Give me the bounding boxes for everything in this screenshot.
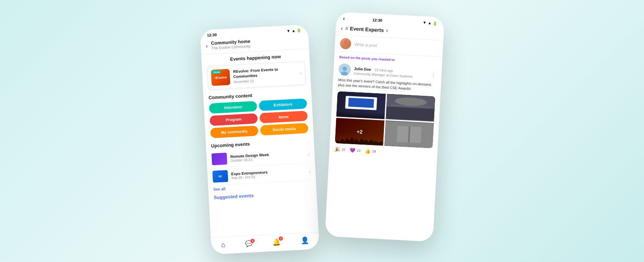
community-buttons-grid: Attendees Exhibitors Program Items My co…	[209, 98, 308, 138]
suggested-title: Suggested events	[214, 190, 311, 200]
reaction-count-2: 21	[357, 148, 361, 152]
back-button-phone2[interactable]: ‹	[343, 16, 345, 22]
channel-name: Event Experts	[350, 25, 384, 33]
nav-profile[interactable]: 👤	[300, 236, 309, 245]
person-icon: 👤	[300, 236, 309, 245]
author-avatar-svg	[339, 63, 351, 75]
post-image-grid: +2	[335, 91, 435, 148]
post-item: Julia Doe · 15 mins ago Community Manage…	[334, 63, 437, 157]
back-and-hash: ‹	[343, 16, 345, 22]
events-now-title: Events happening now	[206, 53, 304, 63]
upcoming-event-info-2: Expo Entrepreneurs Sep 29 - Oct 03	[231, 168, 309, 180]
book-svg	[384, 120, 434, 148]
virtual-badge: Virtual	[212, 70, 221, 74]
post-meta: Julia Doe · 15 mins ago Community Manage…	[354, 64, 427, 79]
channel-title: # Event Experts ∨	[345, 25, 439, 36]
brand-name: rEvolve	[214, 75, 227, 80]
post-time-ago: 15 mins ago	[375, 68, 393, 73]
nav-messages[interactable]: 💬 1	[245, 240, 253, 247]
post-author-avatar	[339, 63, 351, 75]
battery-icon: 🔋	[297, 28, 302, 33]
svg-rect-6	[386, 106, 435, 121]
attendees-button[interactable]: Attendees	[209, 101, 257, 114]
status-icons-phone2: ▼ ▲ 🔋	[422, 20, 437, 25]
crowd-svg	[386, 94, 435, 122]
home-icon: ⌂	[221, 241, 225, 248]
reaction-count-1: 27	[341, 148, 345, 152]
post-author-row: Julia Doe · 15 mins ago Community Manage…	[339, 63, 437, 80]
upcoming-events-section: Upcoming events Remote Design Week Octob…	[211, 138, 311, 192]
status-icons-phone1: ▼ ▲ 🔋	[286, 28, 301, 33]
featured-event-card[interactable]: Virtual rEvolve REvolve: From Events to …	[207, 61, 306, 90]
upcoming-chevron-1: ›	[308, 152, 310, 157]
phone1-community-home: 12:30 ▼ ▲ 🔋 ‹ Community home The Evolve …	[200, 25, 319, 255]
nav-home[interactable]: ⌂	[221, 241, 225, 248]
notification-badge: 1	[279, 236, 283, 241]
more-images-overlay: +2	[335, 118, 384, 146]
reaction-emoji-1: 🎉	[334, 147, 341, 153]
my-community-button[interactable]: My community	[210, 125, 258, 138]
upcoming-thumb-1	[211, 153, 227, 165]
upcoming-event-info-1: Remote Design Week October 18-22	[230, 151, 308, 163]
based-on-label: Based on the posts you reacted to	[339, 55, 437, 64]
back-button[interactable]: ‹	[205, 42, 208, 49]
community-content-section: Community content Attendees Exhibitors P…	[208, 90, 308, 138]
current-user-avatar	[340, 38, 351, 49]
feed-section: Based on the posts you reacted to Julia …	[329, 52, 442, 161]
upcoming-thumb-2: EE	[212, 170, 228, 183]
items-button[interactable]: Items	[259, 111, 308, 123]
status-time-phone1: 12:30	[207, 33, 217, 37]
community-content-title: Community content	[208, 90, 306, 100]
wifi-icon: ▼	[286, 29, 290, 33]
post-more-button[interactable]: ⋮	[430, 71, 437, 78]
wifi-icon-2: ▼	[422, 20, 426, 25]
phone1-body: Events happening now Virtual rEvolve REv…	[201, 49, 319, 237]
header-text: Community home The Evolve Community	[211, 36, 304, 50]
post-author-name: Julia Doe	[354, 67, 371, 72]
post-image-2	[386, 94, 435, 122]
event-chevron-icon: ›	[300, 71, 302, 75]
signal-icon: ▲	[291, 28, 295, 33]
reaction-1[interactable]: 🎉 27	[334, 147, 346, 153]
post-image-3: +2	[335, 118, 384, 146]
signal-icon-2: ▲	[427, 21, 431, 25]
svg-point-1	[342, 45, 349, 49]
post-content: Miss this year's event? Catch all the hi…	[338, 78, 436, 93]
reaction-emoji-3: 👍	[365, 148, 371, 154]
exhibitors-button[interactable]: Exhibitors	[259, 98, 307, 111]
upcoming-chevron-2: ›	[309, 170, 311, 174]
status-time-phone2: 12:30	[372, 18, 383, 22]
reaction-count-3: 19	[372, 149, 376, 153]
dropdown-arrow-icon[interactable]: ∨	[386, 28, 389, 33]
nav-notifications[interactable]: 🔔 1	[272, 238, 281, 246]
back-arrow-phone2[interactable]: ‹	[341, 25, 343, 31]
suggested-events-section: Suggested events	[214, 190, 311, 200]
social-media-button[interactable]: Social media	[260, 123, 308, 136]
reaction-2[interactable]: 💜 21	[350, 148, 361, 153]
post-reactions: 🎉 27 💜 21 👍 19	[334, 147, 432, 157]
event-thumbnail: Virtual rEvolve	[211, 69, 230, 86]
reaction-3[interactable]: 👍 19	[365, 148, 376, 154]
write-post-placeholder[interactable]: Write a post	[354, 42, 377, 48]
post-author-role: Community Manager at Cisco Systems	[354, 72, 427, 79]
post-image-4	[384, 120, 434, 148]
avatar-svg	[340, 38, 351, 49]
reaction-emoji-2: 💜	[350, 148, 356, 153]
hash-icon: #	[345, 25, 348, 31]
event-info: REvolve: From Events to Communities Nove…	[230, 66, 300, 84]
battery-icon-2: 🔋	[433, 21, 438, 26]
post-image-1	[336, 91, 386, 119]
program-button[interactable]: Program	[209, 113, 258, 126]
svg-point-0	[344, 40, 348, 45]
message-badge: 1	[250, 238, 255, 243]
phone2-event-experts: ‹ 12:30 ▼ ▲ 🔋 ‹ # Event Experts ∨ Write …	[325, 12, 444, 242]
